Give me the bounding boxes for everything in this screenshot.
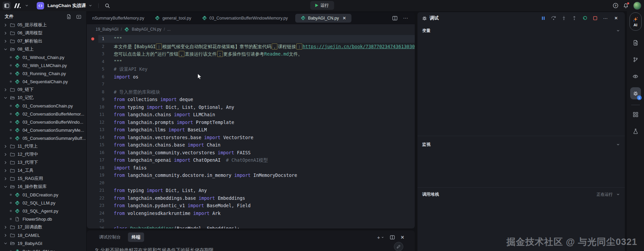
- editor-tab[interactable]: BabyAGI_CN.py✕: [295, 14, 351, 23]
- chevron-right-icon[interactable]: [3, 168, 8, 173]
- editor-tab[interactable]: 03_ConversationBufferWindowMemory.py: [197, 14, 293, 23]
- tree-item[interactable]: 03_SQL_Agent.py: [0, 207, 86, 215]
- breakpoint-gutter[interactable]: [87, 225, 98, 229]
- breakpoint-gutter[interactable]: [87, 65, 98, 73]
- tree-item[interactable]: 17_回调函数: [0, 223, 86, 231]
- tree-item[interactable]: 06_调用模型: [0, 29, 86, 37]
- chevron-right-icon[interactable]: [3, 39, 8, 43]
- breakpoint-gutter[interactable]: [87, 126, 98, 134]
- tree-item[interactable]: 15_RAG应用: [0, 175, 86, 183]
- variables-section-header[interactable]: 变量: [417, 26, 625, 36]
- breakpoint-gutter[interactable]: [87, 141, 98, 149]
- chevron-down-icon[interactable]: [3, 47, 8, 52]
- breakpoint-gutter[interactable]: [87, 156, 98, 164]
- breakpoint-gutter[interactable]: [87, 179, 98, 187]
- breadcrumb-item[interactable]: ...: [167, 27, 171, 32]
- chevron-right-icon[interactable]: [3, 88, 8, 92]
- close-debug-icon[interactable]: ✕: [613, 15, 619, 21]
- help-icon[interactable]: ?: [613, 3, 618, 8]
- file-search-icon[interactable]: [630, 38, 641, 48]
- project-title[interactable]: LangChain 实战课: [47, 3, 86, 9]
- tree-item[interactable]: 18_CAMEL: [0, 231, 86, 239]
- source-control-icon[interactable]: [630, 55, 641, 64]
- preview-eye-icon[interactable]: [630, 72, 641, 81]
- breakpoint-gutter[interactable]: [87, 171, 98, 179]
- tree-item[interactable]: 16_操作数据库: [0, 183, 86, 191]
- tree-item[interactable]: 13_代理下: [0, 158, 86, 166]
- breakpoint-gutter[interactable]: [87, 217, 98, 225]
- tree-item[interactable]: 02_SQL_LLM.py: [0, 199, 86, 207]
- project-icon[interactable]: [37, 2, 44, 9]
- tree-item[interactable]: 14_工具: [0, 166, 86, 175]
- tree-item[interactable]: 08_链上: [0, 45, 86, 53]
- tree-item[interactable]: 19_BabyAGI: [0, 239, 86, 247]
- terminal-tab[interactable]: 终端: [128, 232, 144, 242]
- chevron-right-icon[interactable]: [3, 160, 8, 165]
- breakpoint-gutter[interactable]: [87, 88, 98, 96]
- more-actions-icon[interactable]: ⋯: [403, 15, 409, 21]
- tree-item[interactable]: 11_代理上: [0, 142, 86, 150]
- test-flask-icon[interactable]: [630, 127, 641, 136]
- breakpoint-gutter[interactable]: [87, 43, 98, 51]
- avatar[interactable]: [633, 2, 641, 10]
- breakpoint-gutter[interactable]: [87, 50, 98, 58]
- debug-more-icon[interactable]: ⋯: [603, 15, 609, 21]
- tree-item[interactable]: 10_记忆: [0, 94, 86, 102]
- pause-icon[interactable]: [540, 15, 546, 21]
- breakpoint-gutter[interactable]: [87, 202, 98, 210]
- code-area[interactable]: 1"""2本文件是【BabyAGI：根据气候变化自动制定鲜花存储策略】章节的配套…: [87, 35, 415, 228]
- breakpoint-gutter[interactable]: [87, 103, 98, 111]
- close-tab-icon[interactable]: ✕: [343, 16, 346, 21]
- breakpoint-gutter[interactable]: [87, 164, 98, 172]
- tree-item[interactable]: 01_DBCreation.py: [0, 191, 86, 199]
- tree-item[interactable]: 05_ConversationSummaryBuff...: [0, 134, 86, 142]
- new-file-icon[interactable]: [66, 14, 71, 19]
- tree-item[interactable]: 12_代理中: [0, 150, 86, 158]
- split-editor-icon[interactable]: [392, 15, 398, 21]
- new-terminal-button[interactable]: +: [377, 234, 384, 240]
- close-panel-icon[interactable]: ✕: [401, 235, 404, 240]
- tree-item[interactable]: 05_提示模板上: [0, 21, 86, 29]
- chevron-down-icon[interactable]: [3, 96, 8, 100]
- tree-item[interactable]: BabyAGI_CN.py: [0, 247, 86, 251]
- tree-item[interactable]: 01_ConversationChain.py: [0, 102, 86, 110]
- tree-item[interactable]: 09_链下: [0, 86, 86, 94]
- breakpoint-gutter[interactable]: [87, 96, 98, 103]
- debug-activity-icon[interactable]: 1: [630, 87, 641, 99]
- chevron-down-icon[interactable]: [3, 241, 8, 246]
- editor-tab[interactable]: general_tool.py: [149, 14, 196, 23]
- chevron-right-icon[interactable]: [3, 225, 8, 229]
- chevron-right-icon[interactable]: [3, 144, 8, 149]
- ai-assistant-button[interactable]: AI: [630, 12, 642, 31]
- breadcrumb-item[interactable]: 19_BabyAGI: [96, 27, 118, 32]
- step-out-icon[interactable]: [571, 15, 577, 21]
- tree-item[interactable]: 04_SequentialChain.py: [0, 77, 86, 86]
- breakpoint-gutter[interactable]: [87, 194, 98, 202]
- breakpoint-gutter[interactable]: [87, 119, 98, 126]
- extensions-grid-icon[interactable]: [630, 110, 641, 119]
- app-logo-icon[interactable]: [13, 3, 22, 9]
- step-into-icon[interactable]: [561, 15, 567, 21]
- tree-item[interactable]: 03_Running_Chain.py: [0, 69, 86, 77]
- stop-icon[interactable]: [592, 15, 598, 21]
- tree-item[interactable]: FlowerShop.db: [0, 215, 86, 223]
- breakpoint-gutter[interactable]: [87, 58, 98, 66]
- app-menu-chevron-icon[interactable]: [25, 4, 29, 7]
- new-folder-icon[interactable]: [76, 14, 81, 19]
- restart-icon[interactable]: [582, 15, 588, 21]
- breakpoint-gutter[interactable]: [87, 134, 98, 142]
- toggle-sidebar-icon[interactable]: [3, 2, 11, 10]
- tree-item[interactable]: 03_ConversationBufferWindo...: [0, 118, 86, 126]
- chevron-right-icon[interactable]: [3, 23, 8, 27]
- notifications-bell-icon[interactable]: [623, 3, 629, 8]
- search-icon[interactable]: [105, 3, 110, 8]
- run-button[interactable]: 运行: [310, 1, 334, 10]
- editor-tab[interactable]: nSummaryBufferMemory.py: [87, 14, 149, 23]
- tree-item[interactable]: 02_With_LLMChain.py: [0, 61, 86, 69]
- chevron-down-icon[interactable]: [616, 29, 620, 33]
- chevron-right-icon[interactable]: [3, 152, 8, 157]
- split-terminal-icon[interactable]: [390, 235, 395, 240]
- callstack-section-header[interactable]: 调用堆栈 正在运行: [417, 189, 625, 199]
- breakpoint-gutter[interactable]: [87, 73, 98, 81]
- chevron-down-icon[interactable]: [616, 143, 620, 147]
